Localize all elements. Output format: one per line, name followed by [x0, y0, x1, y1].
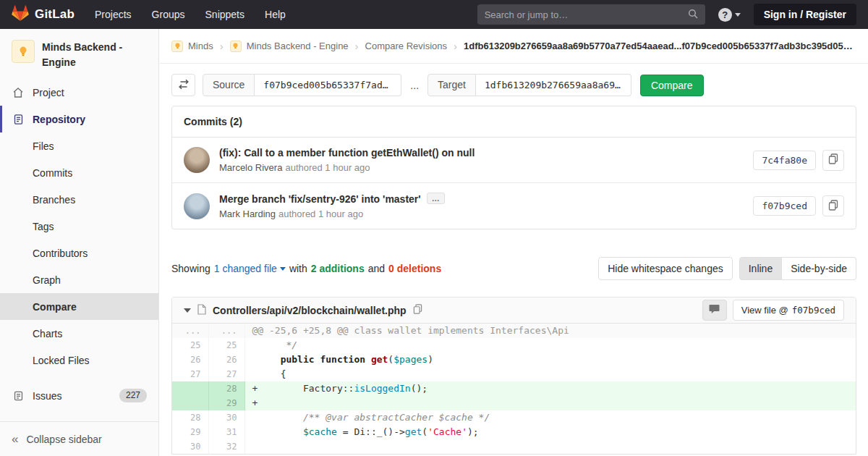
view-file-sha: f07b9ced [792, 305, 835, 316]
breadcrumb-current-sha-range: 1dfb613209b276659aa8a69b5770a77ed54aaead… [464, 41, 856, 51]
swap-revisions-button[interactable] [171, 74, 195, 96]
sidebar-item-label: Repository [33, 114, 85, 125]
collapse-sidebar-button[interactable]: « Collapse sidebar [0, 421, 158, 456]
diff-line-number-old[interactable]: 29 [172, 425, 208, 439]
collapse-file-caret-icon[interactable] [184, 308, 191, 316]
diff-line-number-old[interactable] [172, 381, 208, 396]
sidebar-item-locked-files[interactable]: Locked Files [0, 347, 158, 373]
toggle-comments-button[interactable] [702, 300, 727, 321]
diff-line-number-new[interactable]: 31 [208, 425, 244, 439]
code-token: $cache [303, 426, 337, 437]
diff-line-number-old[interactable]: 30 [172, 439, 208, 454]
navbar-item-groups[interactable]: Groups [152, 9, 185, 20]
diff-line-number-new[interactable]: 27 [208, 367, 244, 381]
diff-line-number-new[interactable]: 30 [208, 410, 244, 425]
copy-file-path-icon[interactable] [413, 304, 422, 316]
commit-author[interactable]: Marcelo Rivera [219, 162, 282, 173]
inline-view-button[interactable]: Inline [739, 257, 782, 280]
diff-line-number-new[interactable]: 28 [208, 381, 244, 396]
code-token: + [252, 383, 303, 394]
issues-count-badge: 227 [119, 389, 147, 402]
revision-range-dots: ... [409, 80, 420, 91]
sidebar-item-branches[interactable]: Branches [0, 186, 158, 213]
navbar-item-projects[interactable]: Projects [95, 9, 132, 20]
additions-count: 2 additions [311, 263, 365, 274]
source-ref-field[interactable] [255, 74, 401, 96]
sidebar-item-repository[interactable]: Repository [0, 106, 158, 132]
diff-line-code: $cache = Di::_()->get('Cache'); [244, 425, 856, 439]
diff-line-number-new[interactable]: 25 [208, 338, 244, 352]
sidebar-item-issues[interactable]: Issues 227 [0, 382, 158, 409]
sign-in-button[interactable]: Sign in / Register [754, 4, 856, 25]
diff-line-number-old[interactable]: 25 [172, 338, 208, 352]
sidebar-item-project[interactable]: Project [0, 79, 158, 106]
sidebar-project-header[interactable]: Minds Backend - Engine [0, 29, 158, 79]
diff-line-added: 28 + Factory::isLoggedIn(); [172, 381, 856, 396]
sidebar-item-commits[interactable]: Commits [0, 159, 158, 186]
commit-info: Merge branch 'fix/sentry-926' into 'mast… [219, 193, 744, 219]
copy-sha-button[interactable] [822, 195, 844, 216]
search-input[interactable] [485, 9, 682, 20]
changed-files-label: 1 changed file [214, 263, 277, 274]
diff-line-number-old[interactable] [172, 396, 208, 410]
code-token: @@ -25,6 +25,8 @@ class wallet implement… [252, 325, 569, 336]
diff-line-number-old[interactable]: 27 [172, 367, 208, 381]
diff-line-number-new[interactable]: 26 [208, 352, 244, 367]
breadcrumb-group[interactable]: Minds [171, 41, 213, 52]
sidebar-item-graph[interactable]: Graph [0, 266, 158, 293]
avatar[interactable] [184, 147, 210, 173]
file-path[interactable]: Controllers/api/v2/blockchain/wallet.php [213, 305, 407, 316]
sidebar-item-files[interactable]: Files [0, 132, 158, 159]
diff-line-number-new[interactable]: 32 [208, 439, 244, 454]
code-token: isLoggedIn [354, 383, 410, 394]
sidebar-item-compare[interactable]: Compare [0, 293, 158, 320]
sidebar-item-charts[interactable]: Charts [0, 320, 158, 347]
side-by-side-view-button[interactable]: Side-by-side [782, 257, 856, 280]
project-mini-avatar [230, 41, 242, 52]
code-token: ); [467, 426, 479, 437]
diff-table: ... ... @@ -25,6 +25,8 @@ class wallet i… [172, 324, 856, 454]
code-token: ( [388, 354, 393, 365]
diff-line-code: { [244, 367, 856, 381]
commit-sha-link[interactable]: f07b9ced [753, 196, 816, 216]
diff-line-number-old[interactable]: 28 [172, 410, 208, 425]
issues-icon [12, 390, 25, 402]
breadcrumb-compare-revisions[interactable]: Compare Revisions [365, 41, 447, 51]
expand-commit-description-button[interactable]: … [427, 193, 445, 204]
diff-stats: Showing 1 changed file with 2 additions … [171, 263, 441, 274]
diff-line-number-old[interactable]: 26 [172, 352, 208, 367]
help-menu[interactable]: ? [718, 8, 741, 22]
target-ref-field[interactable] [476, 74, 631, 96]
sidebar-item-tags[interactable]: Tags [0, 213, 158, 240]
help-icon: ? [718, 8, 732, 22]
sidebar-item-label: Issues [33, 390, 61, 402]
avatar[interactable] [184, 193, 210, 219]
changed-files-dropdown[interactable]: 1 changed file [214, 263, 286, 274]
main-content: Minds › Minds Backend - Engine › Compare… [160, 29, 868, 456]
code-token: + [252, 397, 258, 408]
commit-author[interactable]: Mark Harding [219, 208, 276, 219]
copy-sha-button[interactable] [822, 150, 844, 171]
diff-line: 27 27 { [172, 367, 856, 381]
navbar-item-help[interactable]: Help [265, 9, 286, 20]
navbar-item-snippets[interactable]: Snippets [205, 9, 244, 20]
group-avatar [171, 41, 183, 52]
view-file-button[interactable]: View file @ f07b9ced [733, 300, 844, 321]
diff-line-code: /** @var abstractCacher $cache */ [244, 410, 856, 425]
gitlab-logo[interactable]: GitLab [12, 5, 75, 24]
commit-sha-link[interactable]: 7c4fa80e [753, 151, 816, 170]
sidebar-item-contributors[interactable]: Contributors [0, 240, 158, 266]
diff-line-number-new[interactable]: 29 [208, 396, 244, 410]
code-token: get [405, 426, 422, 437]
commit-title-link[interactable]: Merge branch 'fix/sentry-926' into 'mast… [219, 193, 421, 205]
compare-button[interactable]: Compare [640, 75, 704, 96]
breadcrumb-project[interactable]: Minds Backend - Engine [230, 41, 349, 52]
commit-actions: 7c4fa80e [753, 150, 844, 171]
diff-line-code: + [244, 396, 856, 410]
target-label: Target [427, 74, 476, 96]
commit-info: (fix): Call to a member function getEthW… [219, 147, 744, 173]
breadcrumb-label: Compare Revisions [365, 41, 447, 51]
target-input-group: Target [427, 74, 631, 96]
hide-whitespace-button[interactable]: Hide whitespace changes [598, 257, 733, 280]
commit-title-link[interactable]: (fix): Call to a member function getEthW… [219, 147, 744, 159]
